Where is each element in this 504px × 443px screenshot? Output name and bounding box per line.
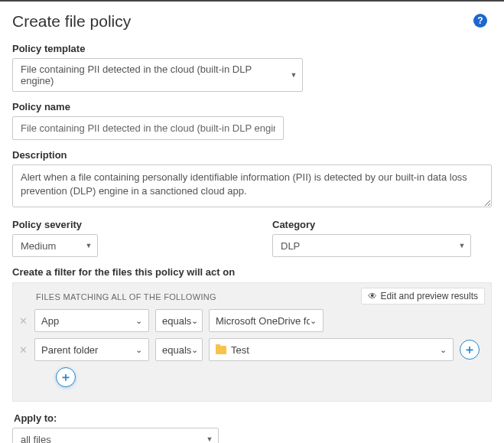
chevron-down-icon: ⌄ [135, 345, 142, 355]
policy-name-input[interactable] [12, 116, 284, 140]
folder-icon [216, 346, 226, 354]
apply-to-files-value: all files [21, 434, 51, 444]
filter-attr-select[interactable]: App ⌄ [34, 309, 149, 332]
filter-op-value: equals [162, 344, 191, 356]
add-value-button[interactable]: ＋ [460, 340, 480, 360]
chevron-down-icon: ▼ [454, 235, 470, 256]
description-label: Description [12, 149, 492, 161]
apply-to-files-select[interactable]: all files ▼ [12, 428, 219, 443]
category-select[interactable]: DLP ▼ [272, 234, 471, 257]
remove-filter-icon[interactable]: ✕ [19, 315, 28, 327]
filter-value: Test [231, 344, 249, 356]
filter-attr-value: Parent folder [41, 344, 98, 356]
policy-template-select[interactable]: File containing PII detected in the clou… [12, 58, 303, 92]
filter-box: 👁 Edit and preview results FILES MATCHIN… [12, 282, 492, 402]
page-title: Create file policy [12, 12, 131, 31]
edit-preview-button[interactable]: 👁 Edit and preview results [361, 288, 485, 305]
help-icon[interactable]: ? [473, 14, 487, 28]
description-textarea[interactable]: Alert when a file containing personally … [12, 164, 492, 207]
filter-value: Microsoft OneDrive fo... [216, 315, 310, 327]
apply-to-label: Apply to: [14, 412, 492, 424]
filter-value-select[interactable]: Microsoft OneDrive fo... ⌄ [209, 309, 324, 332]
filter-op-value: equals [162, 315, 191, 327]
filter-row: ✕ Parent folder ⌄ equals ⌄ Test ⌄ ＋ [34, 338, 482, 361]
chevron-down-icon: ▼ [285, 59, 302, 91]
category-value: DLP [281, 240, 300, 252]
edit-preview-label: Edit and preview results [381, 291, 478, 301]
policy-severity-value: Medium [21, 240, 56, 252]
filter-value-select[interactable]: Test ⌄ [209, 338, 454, 361]
policy-severity-label: Policy severity [12, 219, 242, 230]
filter-op-select[interactable]: equals ⌄ [155, 338, 203, 361]
policy-template-label: Policy template [12, 43, 492, 54]
chevron-down-icon: ⌄ [310, 316, 317, 326]
policy-template-value: File containing PII detected in the clou… [21, 64, 281, 86]
chevron-down-icon: ▼ [80, 235, 97, 256]
add-filter-button[interactable]: ＋ [56, 367, 76, 387]
chevron-down-icon: ⌄ [135, 316, 142, 326]
policy-name-label: Policy name [12, 101, 492, 112]
chevron-down-icon: ⌄ [191, 345, 198, 355]
category-label: Category [272, 219, 492, 230]
filter-heading: Create a filter for the files this polic… [12, 266, 492, 278]
policy-severity-select[interactable]: Medium ▼ [12, 234, 98, 257]
filter-op-select[interactable]: equals ⌄ [155, 309, 203, 332]
filter-attr-value: App [41, 315, 59, 327]
filter-attr-select[interactable]: Parent folder ⌄ [34, 338, 149, 361]
chevron-down-icon: ▼ [201, 428, 218, 443]
remove-filter-icon[interactable]: ✕ [19, 344, 28, 356]
chevron-down-icon: ⌄ [440, 345, 447, 355]
chevron-down-icon: ⌄ [191, 316, 198, 326]
eye-icon: 👁 [368, 291, 377, 301]
filter-row: ✕ App ⌄ equals ⌄ Microsoft OneDrive fo..… [34, 309, 482, 332]
